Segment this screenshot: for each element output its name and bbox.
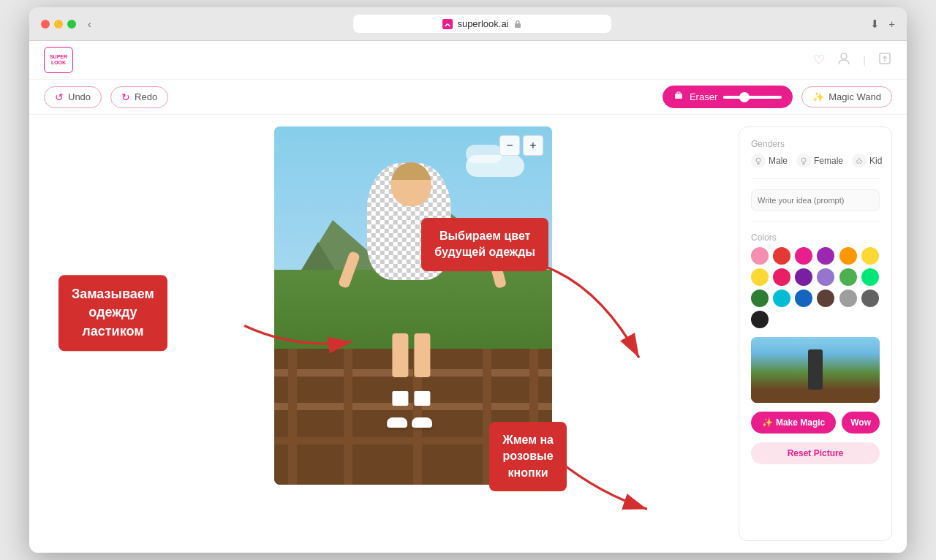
magic-wand-icon: ✨ [812,91,824,102]
annotation-left: Замазываемодеждуластиком [58,275,167,351]
colors-grid [751,247,880,328]
color-swatch-19[interactable] [751,311,769,328]
favicon [442,19,453,29]
color-swatch-10[interactable] [817,268,834,286]
color-swatch-7[interactable] [751,268,769,286]
color-swatch-2[interactable] [773,247,790,265]
url-text: superlook.ai [457,18,508,29]
color-swatch-15[interactable] [795,290,812,307]
colors-title: Colors [751,232,880,243]
undo-button[interactable]: ↺ Undo [44,86,102,108]
app-content: SUPERLOOK ♡ | ↺ Undo ↻ Redo [29,41,907,553]
annotation-box-right-bottom: Жмем нарозовыекнопки [489,422,567,491]
zoom-out-button[interactable]: − [499,135,520,156]
annotation-right-bottom-text: Жмем нарозовыекнопки [502,434,554,479]
genders-section: Genders Male Female [751,139,880,168]
shoe-right [412,417,432,428]
color-swatch-11[interactable] [839,268,857,286]
person-shoes [387,417,432,428]
svg-marker-10 [856,158,862,164]
zoom-in-button[interactable]: + [523,135,543,156]
address-bar[interactable]: superlook.ai [353,15,612,33]
traffic-lights [41,20,76,29]
color-swatch-3[interactable] [795,247,812,265]
male-label: Male [769,156,788,166]
main-area: Замазываемодеждуластиком [29,115,907,553]
make-magic-icon: ✨ [762,417,773,428]
color-swatch-17[interactable] [839,290,857,307]
color-swatch-13[interactable] [751,290,769,307]
cloud2 [466,145,502,163]
prompt-input[interactable] [751,189,880,211]
fence-post-1 [288,349,297,485]
color-swatch-9[interactable] [795,268,812,286]
eraser-label: Eraser [690,91,717,102]
color-swatch-8[interactable] [773,268,790,286]
top-nav: SUPERLOOK ♡ | [29,41,907,80]
right-panel: Genders Male Female [739,126,892,541]
shoe-left [387,417,407,428]
leg-right [414,333,430,377]
redo-label: Redo [135,91,157,102]
browser-actions: ⬇ + [870,18,895,31]
logo[interactable]: SUPERLOOK [44,47,73,73]
make-magic-button[interactable]: ✨ Make Magic [751,412,836,434]
person-arm-left [344,251,355,288]
user-icon[interactable] [837,51,851,69]
color-swatch-1[interactable] [751,247,769,265]
annotation-left-text: Замазываемодеждуластиком [72,287,154,338]
close-button[interactable] [41,20,50,29]
eraser-button[interactable]: Eraser [663,86,793,108]
color-swatch-14[interactable] [773,290,790,307]
color-swatch-18[interactable] [861,290,879,307]
color-swatch-16[interactable] [817,290,834,307]
annotation-right-top-text: Выбираем цветбудущей одежды [434,230,535,258]
sock-right [414,391,430,406]
annotation-right-top: Выбираем цветбудущей одежды [421,218,548,271]
person-head [391,162,431,206]
browser-window: ‹ superlook.ai ⬇ + SUPERLOOK ♡ [29,7,907,553]
color-swatch-5[interactable] [839,247,857,265]
gender-female[interactable]: Female [796,154,843,168]
back-button[interactable]: ‹ [85,17,94,31]
color-swatch-6[interactable] [861,247,879,265]
male-icon [751,154,766,168]
thumbnail-preview [751,337,880,403]
eraser-slider[interactable] [723,96,782,99]
new-tab-icon[interactable]: + [888,18,895,31]
redo-icon: ↻ [121,91,130,103]
genders-title: Genders [751,139,880,149]
annotation-right-bottom: Жмем нарозовыекнопки [489,422,567,491]
reset-button[interactable]: Reset Picture [751,442,880,464]
magic-wand-button[interactable]: ✨ Magic Wand [801,86,892,107]
svg-point-8 [756,158,760,162]
fence-post-2 [344,349,352,485]
female-icon [796,154,811,168]
wow-button[interactable]: Wow [842,412,880,434]
lock-icon [513,20,522,29]
eraser-icon [673,91,684,103]
person-legs [392,333,430,377]
upload-icon[interactable] [878,51,892,69]
svg-rect-3 [675,94,682,99]
heart-icon[interactable]: ♡ [813,52,825,68]
download-icon[interactable]: ⬇ [870,18,880,31]
kid-label: Kid [869,156,882,166]
maximize-button[interactable] [67,20,76,29]
sock-left [392,391,408,406]
svg-point-9 [801,158,806,162]
color-swatch-4[interactable] [817,247,834,265]
action-buttons: ✨ Make Magic Wow [751,412,880,434]
redo-button[interactable]: ↻ Redo [110,86,168,108]
prompt-section [751,189,880,211]
undo-icon: ↺ [55,91,64,103]
thumb-bg [751,337,880,403]
logo-text: SUPERLOOK [50,54,67,67]
minimize-button[interactable] [54,20,63,29]
divider-1 [751,178,880,179]
gender-male[interactable]: Male [751,154,788,168]
reset-label: Reset Picture [788,448,844,458]
gender-kid[interactable]: Kid [852,154,882,168]
color-swatch-12[interactable] [861,268,879,286]
person-hair [391,162,431,180]
